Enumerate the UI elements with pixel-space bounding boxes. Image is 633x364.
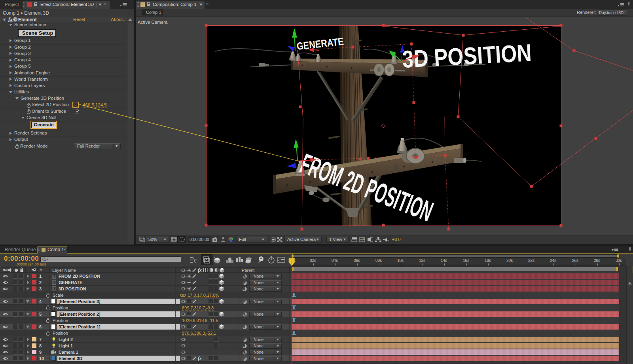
svg-text:GENERATE: GENERATE [296,35,344,52]
svg-text:3D POSITION: 3D POSITION [402,39,532,73]
